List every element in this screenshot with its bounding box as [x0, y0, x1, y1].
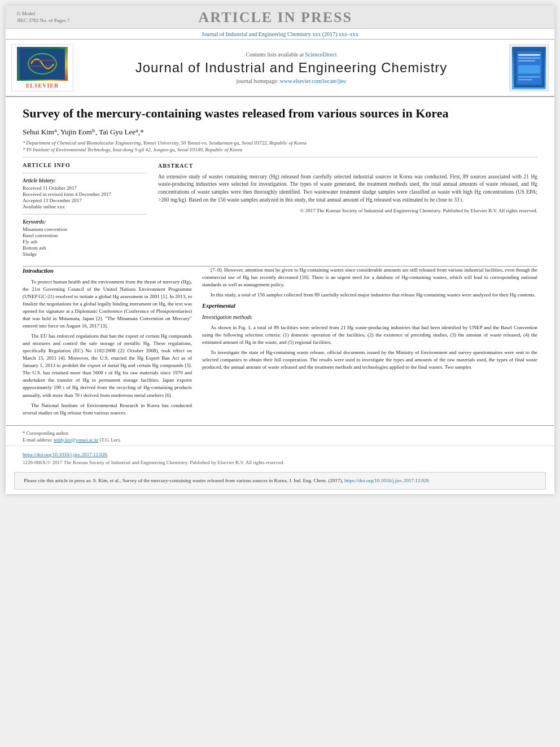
- contents-available-line: Contents lists available at ScienceDirec…: [246, 51, 336, 58]
- email-suffix: (T.G. Lee).: [100, 437, 121, 443]
- journal-reference-text: Journal of Industrial and Engineering Ch…: [202, 31, 358, 37]
- accepted-date: Accepted 13 December 2017: [23, 198, 147, 203]
- keyword-4: Bottom ash: [23, 245, 147, 251]
- divider-1: [23, 157, 537, 158]
- abstract-text: An extensive study of wastes containing …: [158, 173, 537, 204]
- journal-title: Journal of Industrial and Engineering Ch…: [135, 60, 448, 76]
- journal-reference-line: Journal of Industrial and Engineering Ch…: [6, 29, 554, 40]
- cite-text: Please cite this article in press as: S.…: [24, 478, 343, 483]
- right-para-2: In this study, a total of 156 samples co…: [202, 291, 537, 299]
- intro-para-3: The National Institute of Environmental …: [23, 402, 192, 417]
- svg-rect-10: [518, 76, 540, 77]
- svg-rect-2: [28, 60, 56, 61]
- footnote-section: * Corresponding author. E-mail address: …: [6, 425, 554, 445]
- email-link[interactable]: teddy.lee@yonsei.ac.kr: [54, 437, 98, 443]
- received-date: Received 11 October 2017: [23, 185, 147, 191]
- right-para-4: To investigate the state of Hg-containin…: [202, 349, 537, 371]
- corresponding-author: * Corresponding author.: [23, 430, 537, 436]
- homepage-text: journal homepage:: [237, 78, 279, 84]
- article-body: Survey of the mercury-containing wastes …: [6, 97, 554, 266]
- affiliation-b: ᵇ YS Institute of Environmental Technolo…: [23, 147, 537, 152]
- homepage-link[interactable]: www.elsevier.com/locate/jiec: [280, 78, 347, 84]
- intro-para-1: To protect human health and the environm…: [23, 278, 192, 330]
- affiliations: ᵃ Department of Chemical and Biomolecula…: [23, 140, 537, 152]
- logo-image: [17, 47, 68, 81]
- keyword-3: Fly ash: [23, 239, 147, 244]
- article-info-header: ARTICLE INFO: [23, 162, 147, 168]
- banner: G Model JIEC 3782 No. of Pages 7 ARTICLE…: [6, 6, 554, 29]
- svg-rect-6: [518, 54, 540, 55]
- right-continuation: [7–9]. However, attention must be given …: [202, 267, 537, 289]
- experimental-title: Experimental: [202, 302, 537, 310]
- issn-line: 1226-086X/© 2017 The Korean Society of I…: [23, 460, 537, 465]
- keyword-2: Basel convention: [23, 233, 147, 238]
- abstract-header: ABSTRACT: [158, 162, 537, 170]
- article-title: Survey of the mercury-containing wastes …: [23, 106, 537, 122]
- svg-rect-9: [518, 65, 540, 73]
- journal-homepage: journal homepage: www.elsevier.com/locat…: [237, 78, 347, 84]
- investigation-title: Investigation methods: [202, 313, 537, 322]
- keyword-5: Sludge: [23, 251, 147, 257]
- right-para-3: As shown in Fig. 1, a total of 89 facili…: [202, 324, 537, 346]
- citation-box: Please cite this article in press as: S.…: [14, 472, 546, 490]
- svg-rect-8: [518, 60, 535, 61]
- journal-thumbnail: [509, 44, 549, 91]
- g-model-text: G Model JIEC 3782 No. of Pages 7: [11, 11, 70, 24]
- left-column: Introduction To protect human health and…: [23, 267, 192, 420]
- intro-para-2: The EU has enforced regulations that ban…: [23, 333, 192, 399]
- info-divider: [23, 173, 147, 173]
- copyright-text: © 2017 The Korean Society of Industrial …: [158, 207, 537, 215]
- info-abstract-section: ARTICLE INFO Article history: Received 1…: [23, 162, 537, 257]
- keywords-section: Keywords: Minamata convention Basel conv…: [23, 219, 147, 257]
- article-in-press-title: ARTICLE IN PRESS: [199, 9, 352, 26]
- email-line: E-mail address: teddy.lee@yonsei.ac.kr (…: [23, 437, 537, 443]
- keyword-1: Minamata convention: [23, 226, 147, 232]
- svg-rect-3: [28, 65, 56, 67]
- page: G Model JIEC 3782 No. of Pages 7 ARTICLE…: [6, 6, 554, 494]
- authors: Sehui Kimᵃ, Yujin Eomᵇ, Tai Gyu Leeᵃ,*: [23, 128, 537, 137]
- journal-center: Contents lists available at ScienceDirec…: [79, 44, 504, 91]
- keywords-label: Keywords:: [23, 219, 147, 225]
- elsevier-logo: ELSEVIER: [11, 44, 73, 91]
- elsevier-label: ELSEVIER: [26, 82, 59, 89]
- right-column: [7–9]. However, attention must be given …: [202, 267, 537, 420]
- email-label: E-mail address:: [23, 437, 53, 443]
- journal-header: ELSEVIER Contents lists available at Sci…: [6, 40, 554, 97]
- received-revised-date: Received in revised form 4 December 2017: [23, 191, 147, 197]
- journal-thumb-image: [512, 47, 546, 89]
- introduction-title: Introduction: [23, 267, 192, 275]
- keywords-divider: [23, 214, 147, 215]
- abstract-column: ABSTRACT An extensive study of wastes co…: [158, 162, 537, 257]
- doi-section: https://doi.org/10.1016/j.jiec.2017.12.0…: [6, 445, 554, 468]
- sciencedirect-link[interactable]: ScienceDirect: [305, 51, 336, 58]
- contents-text: Contents lists available at: [246, 51, 303, 58]
- article-info-column: ARTICLE INFO Article history: Received 1…: [23, 162, 147, 257]
- main-content: Introduction To protect human health and…: [6, 267, 554, 425]
- history-label: Article history:: [23, 178, 147, 184]
- svg-rect-7: [518, 57, 540, 58]
- affiliation-a: ᵃ Department of Chemical and Biomolecula…: [23, 140, 537, 146]
- svg-rect-11: [518, 79, 532, 80]
- available-online: Available online xxx: [23, 204, 147, 209]
- doi-link[interactable]: https://doi.org/10.1016/j.jiec.2017.12.0…: [23, 452, 107, 457]
- cite-doi-link[interactable]: https://doi.org/10.1016/j.jiec.2017.12.0…: [344, 478, 429, 483]
